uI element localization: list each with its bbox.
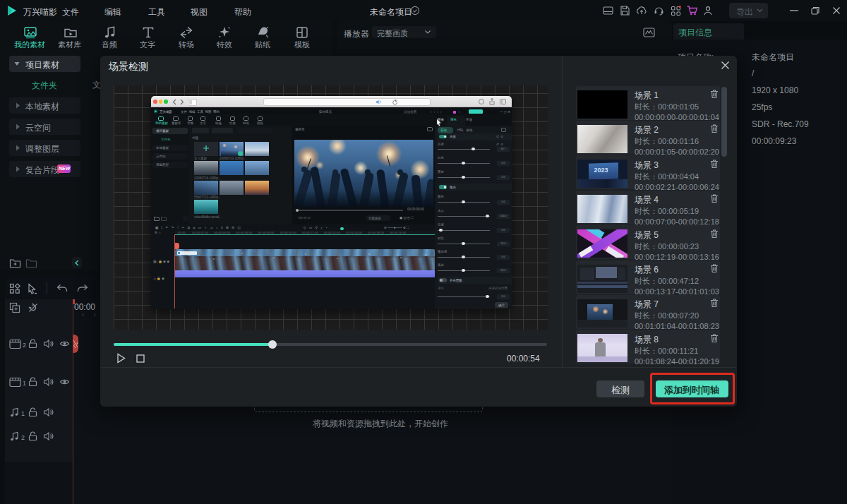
svg-text:2: 2: [21, 434, 25, 441]
svg-text:1: 1: [23, 380, 26, 387]
svg-text:2: 2: [23, 342, 26, 349]
svg-text:1: 1: [21, 410, 25, 417]
